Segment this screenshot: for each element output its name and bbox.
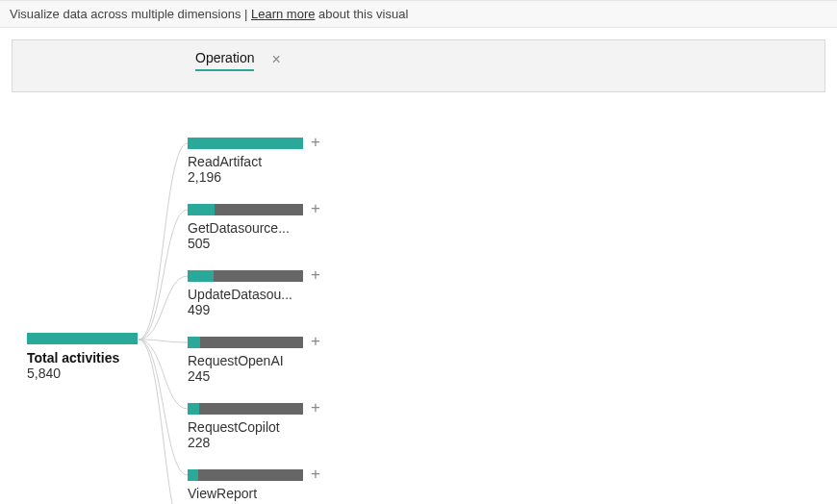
root-node[interactable]: Total activities 5,840 [27,333,138,381]
child-node[interactable]: +UpdateDatasou...499 [188,270,322,317]
root-value: 5,840 [27,365,138,381]
description-bar: Visualize data across multiple dimension… [0,0,837,28]
child-value: 505 [188,236,322,251]
child-label: RequestOpenAI [188,353,322,368]
child-bar-fill [188,204,215,215]
expand-icon[interactable]: + [311,134,320,150]
learn-more-link[interactable]: Learn more [251,7,315,21]
child-node[interactable]: +ReadArtifact2,196 [188,138,322,185]
filter-bar: Operation × [12,39,825,92]
child-label: ViewReport [188,486,322,501]
description-post-text: about this visual [315,7,408,21]
child-bar: + [188,138,303,149]
expand-icon[interactable]: + [311,466,320,482]
expand-icon[interactable]: + [311,399,320,416]
child-node[interactable]: +RequestOpenAI245 [188,337,322,384]
child-label: RequestCopilot [188,419,322,435]
child-node[interactable]: +ViewReport195 [188,469,322,504]
root-title: Total activities [27,350,138,365]
child-bar: + [188,337,303,348]
close-icon[interactable]: × [271,52,280,67]
child-label: GetDatasource... [188,220,322,236]
filter-chip-label: Operation [195,50,254,71]
child-label: UpdateDatasou... [188,287,322,302]
child-bar-fill [188,337,200,348]
child-value: 499 [188,302,322,317]
child-bar-fill [188,138,303,149]
decomposition-tree: Total activities 5,840 +ReadArtifact2,19… [0,96,837,504]
child-bar: + [188,469,303,481]
description-pre-text: Visualize data across multiple dimension… [10,7,251,21]
child-bar: + [188,403,303,415]
child-value: 228 [188,435,322,450]
child-value: 2,196 [188,169,322,185]
root-bar [27,333,138,344]
child-bar: + [188,270,303,282]
expand-icon[interactable]: + [311,200,320,216]
child-value: 245 [188,368,322,384]
filter-chip[interactable]: Operation × [195,50,281,71]
expand-icon[interactable]: + [311,266,320,283]
child-bar-fill [188,270,214,282]
child-bar: + [188,204,303,215]
child-bar-fill [188,403,199,415]
child-label: ReadArtifact [188,154,322,169]
expand-icon[interactable]: + [311,333,320,349]
child-node[interactable]: +RequestCopilot228 [188,403,322,450]
child-node[interactable]: +GetDatasource...505 [188,204,322,251]
child-bar-fill [188,469,198,481]
